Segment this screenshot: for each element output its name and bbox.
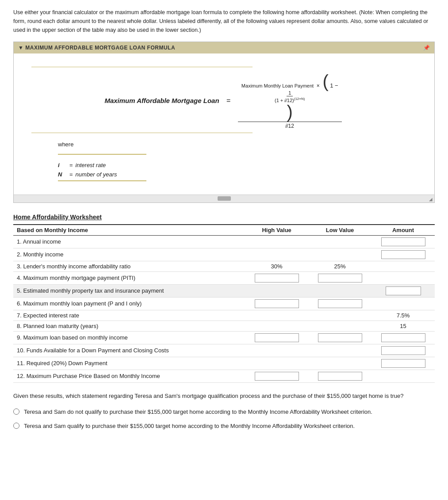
var-i-name: i	[58, 162, 67, 168]
radio-option[interactable]: Teresa and Sam do not qualify to purchas…	[13, 408, 435, 416]
inner-fraction: 1 (1 + i/12)(12×N)	[243, 90, 337, 103]
worksheet-input[interactable]	[318, 299, 362, 308]
row-label: 9. Maximum loan based on monthly income	[13, 331, 245, 344]
table-header-row: Based on Monthly Income High Value Low V…	[13, 225, 435, 236]
open-bracket: (	[322, 72, 328, 91]
col-amount-header: Amount	[371, 225, 435, 236]
intro-text: Use either your financial calculator or …	[13, 8, 435, 34]
worksheet-input[interactable]	[318, 333, 362, 342]
row-label: 2. Monthly income	[13, 248, 245, 261]
table-row: 6. Maximum monthly loan payment (P and I…	[13, 297, 435, 310]
scrollbar-area[interactable]: ◢	[14, 195, 434, 202]
var-n-desc: number of years	[76, 171, 117, 178]
collapse-arrow: ▼ MAXIMUM AFFORDABLE MORTGAGE LOAN FORMU…	[18, 45, 175, 51]
radio-option[interactable]: Teresa and Sam qualify to purchase their…	[13, 422, 435, 431]
var-lines-top	[58, 154, 146, 159]
table-row: 4. Maximum monthly mortgage payment (PIT…	[13, 271, 435, 284]
table-row: 9. Maximum loan based on monthly income	[13, 331, 435, 344]
bottom-line	[31, 133, 253, 133]
var-n-name: N	[58, 171, 67, 178]
worksheet-input-sm[interactable]	[386, 286, 421, 295]
static-value: 25%	[334, 263, 346, 270]
collapsible-title: MAXIMUM AFFORDABLE MORTGAGE LOAN FORMULA	[25, 45, 175, 51]
worksheet-input[interactable]	[255, 274, 299, 282]
var-i-row: i = interest rate	[58, 162, 417, 168]
equals-sign: =	[225, 97, 233, 105]
worksheet-input[interactable]	[255, 372, 299, 381]
var-n-row: N = number of years	[58, 171, 417, 178]
top-line	[31, 67, 253, 67]
row-label: 3. Lender's monthly income affordability…	[13, 261, 245, 271]
worksheet-input[interactable]	[381, 359, 425, 368]
table-row: 5. Estimated monthly property tax and in…	[13, 284, 435, 297]
row-label: 5. Estimated monthly property tax and in…	[13, 284, 245, 297]
formula-denominator: i/12	[282, 122, 298, 129]
inner-num: 1	[287, 90, 293, 96]
row-label: 11. Required (20%) Down Payment	[13, 357, 245, 370]
col-low-header: Low Value	[308, 225, 371, 236]
formula-numerator: Maximum Monthly Loan Payment × ( 1 − 1 (…	[238, 73, 342, 122]
pin-icon[interactable]: 📌	[423, 45, 430, 51]
static-value: 7.5%	[397, 312, 410, 319]
formula-lhs: Maximum Affordable Mortgage Loan	[104, 97, 219, 104]
where-section: where i = interest rate N = number of ye…	[58, 141, 417, 181]
scroll-handle[interactable]	[218, 196, 231, 201]
where-label: where	[58, 141, 417, 148]
collapsible-header[interactable]: ▼ MAXIMUM AFFORDABLE MORTGAGE LOAN FORMU…	[14, 42, 434, 53]
question-text: Given these results, which statement reg…	[13, 392, 435, 401]
col-description-header: Based on Monthly Income	[13, 225, 245, 236]
radio-button[interactable]	[13, 423, 19, 429]
table-row: 10. Funds Available for a Down Payment a…	[13, 344, 435, 357]
table-row: 3. Lender's monthly income affordability…	[13, 261, 435, 271]
one-minus: 1 −	[330, 82, 338, 89]
worksheet-input[interactable]	[255, 333, 299, 342]
formula-box: Maximum Affordable Mortgage Loan = Maxim…	[14, 53, 434, 195]
worksheet-table: Based on Monthly Income High Value Low V…	[13, 224, 435, 383]
max-monthly-label: Maximum Monthly Loan Payment	[241, 83, 314, 88]
worksheet-title: Home Affordability Worksheet	[13, 214, 435, 221]
row-label: 6. Maximum monthly loan payment (P and I…	[13, 297, 245, 310]
var-i-desc: interest rate	[76, 162, 106, 168]
formula-fraction: Maximum Monthly Loan Payment × ( 1 − 1 (…	[238, 73, 342, 129]
row-label: 4. Maximum monthly mortgage payment (PIT…	[13, 271, 245, 284]
resize-corner-icon: ◢	[429, 197, 433, 202]
var-n-eq: =	[69, 171, 73, 178]
row-label: 10. Funds Available for a Down Payment a…	[13, 344, 245, 357]
worksheet-section: Home Affordability Worksheet Based on Mo…	[13, 214, 435, 383]
question-section: Given these results, which statement reg…	[13, 392, 435, 431]
row-label: 1. Annual income	[13, 235, 245, 248]
worksheet-input[interactable]	[318, 274, 362, 282]
options-container: Teresa and Sam do not qualify to purchas…	[13, 408, 435, 430]
static-value: 30%	[271, 263, 283, 270]
worksheet-input[interactable]	[381, 333, 425, 342]
table-row: 7. Expected interest rate7.5%	[13, 310, 435, 321]
var-lines-bottom	[58, 180, 146, 181]
col-high-header: High Value	[245, 225, 308, 236]
table-row: 8. Planned loan maturity (years)15	[13, 321, 435, 331]
row-label: 7. Expected interest rate	[13, 310, 245, 321]
worksheet-input[interactable]	[381, 237, 425, 246]
var-i-eq: =	[69, 162, 73, 168]
row-label: 8. Planned loan maturity (years)	[13, 321, 245, 331]
static-value: 15	[400, 323, 406, 329]
radio-label: Teresa and Sam qualify to purchase their…	[24, 422, 355, 431]
times-sign: ×	[315, 83, 321, 89]
table-row: 12. Maximum Purchase Price Based on Mont…	[13, 370, 435, 382]
worksheet-input[interactable]	[255, 299, 299, 308]
worksheet-input[interactable]	[381, 346, 425, 355]
radio-label: Teresa and Sam do not qualify to purchas…	[24, 408, 372, 416]
worksheet-input[interactable]	[318, 372, 362, 381]
radio-button[interactable]	[13, 408, 19, 415]
row-label: 12. Maximum Purchase Price Based on Mont…	[13, 370, 245, 382]
close-bracket: )	[287, 102, 293, 122]
table-row: 2. Monthly income	[13, 248, 435, 261]
table-row: 1. Annual income	[13, 235, 435, 248]
worksheet-input[interactable]	[381, 250, 425, 259]
table-row: 11. Required (20%) Down Payment	[13, 357, 435, 370]
formula-section: ▼ MAXIMUM AFFORDABLE MORTGAGE LOAN FORMU…	[13, 42, 435, 203]
